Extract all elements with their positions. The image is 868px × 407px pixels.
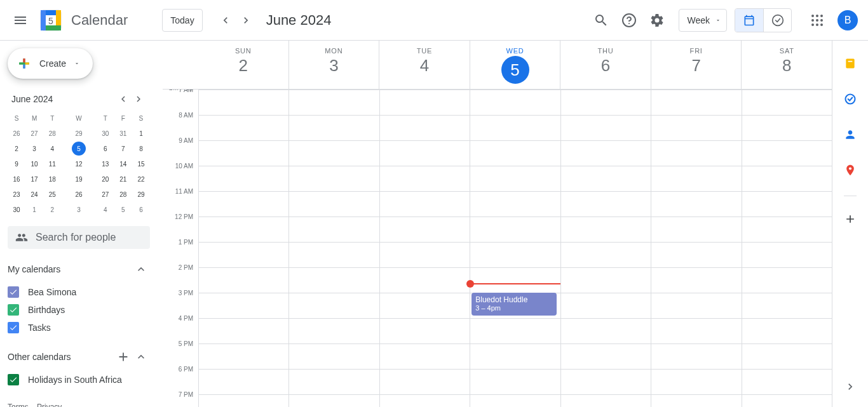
mini-next-button[interactable] [131, 91, 146, 107]
mini-cal-day[interactable]: 19 [61, 171, 97, 187]
mini-cal-day[interactable]: 4 [43, 141, 61, 156]
mini-cal-day[interactable]: 2 [8, 141, 25, 156]
mini-cal-day[interactable]: 3 [61, 202, 97, 217]
mini-cal-day[interactable]: 31 [114, 126, 132, 141]
mini-cal-day[interactable]: 1 [25, 202, 43, 217]
day-header[interactable]: SUN 2 [198, 41, 288, 89]
prev-week-button[interactable] [215, 10, 236, 30]
support-button[interactable] [616, 8, 642, 33]
checkbox-icon[interactable] [8, 286, 19, 298]
keep-icon[interactable] [837, 51, 863, 76]
mini-cal-day[interactable]: 2 [43, 202, 61, 217]
calendar-item[interactable]: Tasks [8, 319, 150, 337]
mini-cal-day[interactable]: 28 [114, 187, 132, 202]
chevron-up-icon [132, 348, 150, 366]
svg-point-9 [811, 15, 814, 17]
mini-cal-day[interactable]: 15 [132, 156, 150, 171]
mini-cal-day[interactable]: 30 [97, 126, 114, 141]
mini-cal-day[interactable]: 23 [8, 187, 25, 202]
checkbox-icon[interactable] [8, 304, 19, 316]
account-avatar[interactable]: B [837, 10, 858, 30]
day-column[interactable]: Bluedot Huddle 3 – 4pm [470, 90, 560, 407]
hour-label: 7 AM [179, 90, 193, 93]
day-header[interactable]: SAT 8 [741, 41, 832, 89]
mini-cal-day[interactable]: 29 [61, 126, 97, 141]
day-header[interactable]: WED 5 [470, 41, 560, 89]
terms-link[interactable]: Terms [8, 403, 29, 407]
calendar-item[interactable]: Birthdays [8, 301, 150, 319]
contacts-icon[interactable] [837, 122, 863, 147]
mini-cal-day[interactable]: 28 [43, 126, 61, 141]
mini-cal-day[interactable]: 14 [114, 156, 132, 171]
next-week-button[interactable] [236, 10, 256, 30]
mini-cal-day[interactable]: 3 [25, 141, 43, 156]
day-header[interactable]: THU 6 [560, 41, 651, 89]
calendar-item[interactable]: Bea Simona [8, 283, 150, 301]
svg-point-8 [772, 15, 783, 25]
mini-cal-day[interactable]: 12 [61, 156, 97, 171]
hour-label: 9 AM [179, 137, 193, 144]
mini-cal-day[interactable]: 5 [114, 202, 132, 217]
add-calendar-button[interactable] [114, 348, 132, 366]
tasks-tab[interactable] [763, 9, 791, 32]
mini-prev-button[interactable] [116, 91, 131, 107]
mini-cal-day[interactable]: 8 [132, 141, 150, 156]
day-column[interactable] [198, 90, 288, 407]
mini-cal-day[interactable]: 18 [43, 171, 61, 187]
search-button[interactable] [588, 8, 614, 33]
mini-cal-day[interactable]: 27 [97, 187, 114, 202]
mini-cal-day[interactable]: 13 [97, 156, 114, 171]
google-apps-button[interactable] [804, 8, 830, 33]
mini-cal-day[interactable]: 16 [8, 171, 25, 187]
get-addons-button[interactable] [837, 206, 863, 232]
day-header[interactable]: MON 3 [288, 41, 379, 89]
view-switcher[interactable]: Week [679, 9, 727, 32]
mini-cal-day[interactable]: 24 [25, 187, 43, 202]
tasks-icon[interactable] [837, 86, 863, 112]
mini-cal-day[interactable]: 6 [97, 141, 114, 156]
hide-side-panel-button[interactable] [837, 374, 863, 399]
day-column[interactable] [379, 90, 470, 407]
mini-cal-day[interactable]: 17 [25, 171, 43, 187]
maps-icon[interactable] [837, 157, 863, 183]
day-header[interactable]: FRI 7 [651, 41, 742, 89]
mini-cal-day[interactable]: 1 [132, 126, 150, 141]
mini-cal-day[interactable]: 25 [43, 187, 61, 202]
calendar-event[interactable]: Bluedot Huddle 3 – 4pm [471, 293, 556, 316]
create-button[interactable]: Create [8, 48, 93, 79]
mini-cal-day[interactable]: 6 [132, 202, 150, 217]
svg-text:5: 5 [48, 16, 53, 26]
today-button[interactable]: Today [162, 9, 202, 32]
main-menu-button[interactable] [5, 5, 36, 36]
mini-cal-day[interactable]: 4 [97, 202, 114, 217]
mini-cal-day[interactable]: 11 [43, 156, 61, 171]
checkbox-icon[interactable] [8, 374, 19, 385]
day-column[interactable] [560, 90, 651, 407]
mini-cal-day[interactable]: 5 [61, 141, 97, 156]
day-header[interactable]: TUE 4 [379, 41, 470, 89]
mini-cal-day[interactable]: 22 [132, 171, 150, 187]
privacy-link[interactable]: Privacy [37, 403, 62, 407]
mini-cal-day[interactable]: 29 [132, 187, 150, 202]
svg-point-11 [820, 15, 823, 17]
settings-button[interactable] [644, 8, 670, 33]
search-people-input[interactable]: Search for people [8, 226, 150, 249]
mini-cal-day[interactable]: 9 [8, 156, 25, 171]
mini-cal-day[interactable]: 7 [114, 141, 132, 156]
calendar-item[interactable]: Holidays in South Africa [8, 371, 150, 389]
calendar-tab[interactable] [735, 9, 763, 32]
hour-label: 3 PM [179, 290, 193, 297]
mini-cal-day[interactable]: 26 [8, 126, 25, 141]
day-column[interactable] [651, 90, 741, 407]
day-column[interactable] [742, 90, 832, 407]
checkbox-icon[interactable] [8, 322, 19, 333]
my-calendars-toggle[interactable]: My calendars [8, 260, 150, 278]
mini-cal-day[interactable]: 20 [97, 171, 114, 187]
mini-cal-day[interactable]: 26 [61, 187, 97, 202]
day-column[interactable] [288, 90, 379, 407]
other-calendars-toggle[interactable]: Other calendars [8, 348, 150, 366]
mini-cal-day[interactable]: 27 [25, 126, 43, 141]
mini-cal-day[interactable]: 10 [25, 156, 43, 171]
mini-cal-day[interactable]: 21 [114, 171, 132, 187]
mini-cal-day[interactable]: 30 [8, 202, 25, 217]
